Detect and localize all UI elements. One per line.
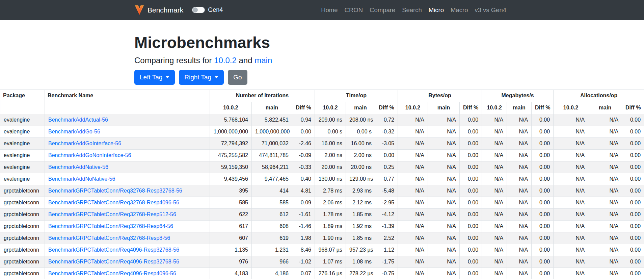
value-cell: 0.00: [460, 256, 482, 268]
benchmark-name-cell: BenchmarkGRPCTabletConn/Req32768-Resp409…: [45, 197, 210, 208]
package-cell: evalengine: [0, 114, 45, 126]
value-cell: N/A: [398, 137, 428, 149]
tag-controls: Left Tag Right Tag Go: [134, 70, 510, 85]
value-cell: 0.00 s: [315, 126, 346, 137]
nav-item-macro[interactable]: Macro: [447, 4, 471, 17]
value-cell: N/A: [428, 232, 460, 244]
value-cell: 0.00: [532, 208, 554, 220]
nav-item-micro[interactable]: Micro: [425, 4, 447, 17]
sub-header-diff: Diff %: [532, 102, 554, 114]
nav-item-search[interactable]: Search: [399, 4, 425, 17]
value-cell: N/A: [428, 197, 460, 208]
value-cell: N/A: [398, 268, 428, 279]
value-cell: 0.25: [375, 161, 398, 173]
left-tag-dropdown[interactable]: Left Tag: [134, 70, 175, 85]
nav-item-cron[interactable]: CRON: [341, 4, 366, 17]
value-cell: N/A: [428, 149, 460, 161]
value-cell: N/A: [398, 173, 428, 185]
value-cell: 72,794,392: [210, 137, 252, 149]
benchmark-name-cell: BenchmarkAddGoInterface-56: [45, 137, 210, 149]
benchmark-link[interactable]: BenchmarkAddGoInterface-56: [48, 141, 121, 146]
value-cell: N/A: [507, 149, 532, 161]
value-cell: 9,477,465: [252, 173, 292, 185]
empty-header-cell: [0, 102, 45, 114]
benchmark-name-cell: BenchmarkAddGoNonInterface-56: [45, 149, 210, 161]
sub-header-right: main: [588, 102, 622, 114]
value-cell: 0.00: [532, 137, 554, 149]
value-cell: 1.85 ms: [346, 232, 375, 244]
go-button[interactable]: Go: [228, 70, 247, 85]
left-ref-link[interactable]: 10.0.2: [214, 56, 237, 65]
value-cell: 0.00: [460, 232, 482, 244]
benchmark-link[interactable]: BenchmarkGRPCTabletConn/Req32768-Resp512…: [48, 211, 176, 217]
value-cell: 209.00 ns: [315, 114, 346, 126]
benchmark-link[interactable]: BenchmarkAddGo-56: [48, 129, 100, 134]
value-cell: 8.46: [292, 244, 315, 256]
value-cell: 0.00: [460, 126, 482, 137]
right-ref-link[interactable]: main: [254, 56, 272, 65]
value-cell: N/A: [482, 185, 507, 197]
package-cell: evalengine: [0, 161, 45, 173]
value-cell: 607: [210, 232, 252, 244]
benchmark-link[interactable]: BenchmarkGRPCTabletConn/Req4096-Resp3276…: [48, 247, 179, 253]
benchmark-link[interactable]: BenchmarkGRPCTabletConn/Req32768-Resp327…: [48, 188, 182, 194]
value-cell: N/A: [482, 256, 507, 268]
package-cell: grpctabletconn: [0, 268, 45, 279]
left-tag-label: Left Tag: [140, 74, 162, 81]
value-cell: N/A: [482, 268, 507, 279]
value-cell: N/A: [482, 220, 507, 232]
benchmark-link[interactable]: BenchmarkAddGoNonInterface-56: [48, 152, 131, 158]
value-cell: 957.23 µs: [346, 244, 375, 256]
value-cell: 0.00: [532, 244, 554, 256]
benchmark-name-cell: BenchmarkAddNoNative-56: [45, 173, 210, 185]
sub-header-left: 10.0.2: [398, 102, 428, 114]
gen4-toggle[interactable]: [192, 7, 205, 13]
sub-header-left: 10.0.2: [315, 102, 346, 114]
value-cell: 16.00 ns: [346, 137, 375, 149]
benchmark-link[interactable]: BenchmarkGRPCTabletConn/Req4096-Resp3276…: [48, 259, 179, 264]
value-cell: N/A: [482, 173, 507, 185]
benchmark-link[interactable]: BenchmarkGRPCTabletConn/Req32768-Resp8-5…: [48, 235, 170, 241]
caret-down-icon: [214, 76, 218, 78]
benchmark-link[interactable]: BenchmarkAddNative-56: [48, 164, 108, 170]
group-header-megabytes-s: Megabytes/s: [482, 90, 554, 102]
value-cell: N/A: [554, 197, 588, 208]
value-cell: 0.00: [532, 161, 554, 173]
benchmark-link[interactable]: BenchmarkGRPCTabletConn/Req32768-Resp409…: [48, 200, 179, 205]
table-sub-header-row: 10.0.2 main Diff % 10.0.2 main Diff % 10…: [0, 102, 644, 114]
value-cell: -2.95: [375, 197, 398, 208]
benchmark-link[interactable]: BenchmarkAddActual-56: [48, 117, 108, 123]
brand-link[interactable]: Benchmark: [134, 4, 183, 16]
table-row: evalengineBenchmarkAddNative-5659,159,35…: [0, 161, 644, 173]
value-cell: 1.78 ms: [315, 208, 346, 220]
value-cell: 585: [252, 197, 292, 208]
sub-header-left: 10.0.2: [554, 102, 588, 114]
value-cell: -0.75: [375, 268, 398, 279]
package-cell: grpctabletconn: [0, 220, 45, 232]
right-tag-dropdown[interactable]: Right Tag: [179, 70, 224, 85]
value-cell: 2.12 ms: [346, 197, 375, 208]
value-cell: N/A: [588, 220, 622, 232]
benchmark-link[interactable]: BenchmarkGRPCTabletConn/Req4096-Resp4096…: [48, 271, 176, 276]
sub-header-diff: Diff %: [460, 102, 482, 114]
gen4-toggle-label: Gen4: [208, 6, 223, 14]
value-cell: N/A: [588, 244, 622, 256]
nav-item-compare[interactable]: Compare: [366, 4, 399, 17]
value-cell: N/A: [588, 256, 622, 268]
value-cell: 475,255,582: [210, 149, 252, 161]
table-row: grpctabletconnBenchmarkGRPCTabletConn/Re…: [0, 208, 644, 220]
benchmark-link[interactable]: BenchmarkGRPCTabletConn/Req32768-Resp64-…: [48, 223, 173, 229]
value-cell: N/A: [507, 197, 532, 208]
value-cell: 0.72: [375, 114, 398, 126]
value-cell: N/A: [428, 173, 460, 185]
table-group-header-row: Package Benchmark Name Number of Iterati…: [0, 90, 644, 102]
value-cell: N/A: [507, 173, 532, 185]
value-cell: N/A: [482, 161, 507, 173]
brand-label: Benchmark: [147, 6, 183, 14]
nav-item-v3-vs-gen4[interactable]: v3 vs Gen4: [471, 4, 510, 17]
benchmark-link[interactable]: BenchmarkAddNoNative-56: [48, 176, 115, 182]
nav-item-home[interactable]: Home: [318, 4, 341, 17]
right-tag-label: Right Tag: [184, 74, 211, 81]
value-cell: 2.52: [375, 232, 398, 244]
value-cell: 58,964,211: [252, 161, 292, 173]
